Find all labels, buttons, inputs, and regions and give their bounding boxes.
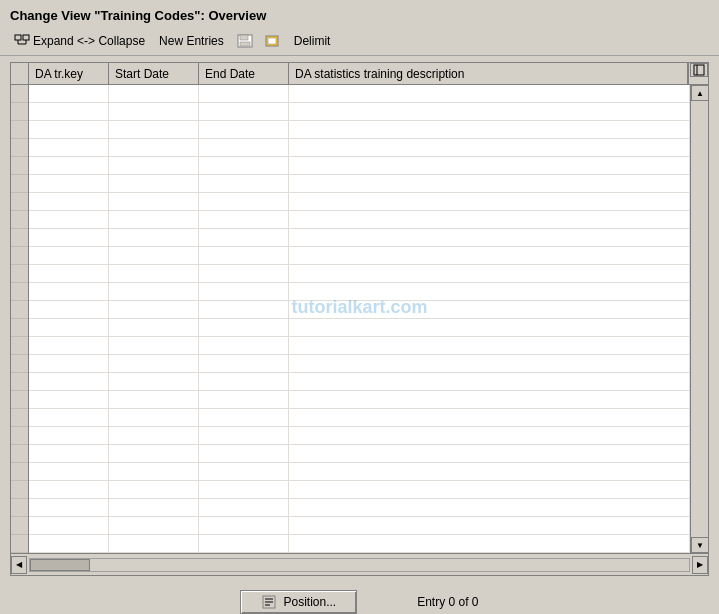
table-row[interactable] (29, 175, 690, 193)
cell-desc[interactable] (289, 211, 690, 228)
table-row[interactable] (29, 193, 690, 211)
cell-key[interactable] (29, 283, 109, 300)
cell-end[interactable] (199, 373, 289, 390)
table-row[interactable] (29, 301, 690, 319)
cell-key[interactable] (29, 103, 109, 120)
cell-end[interactable] (199, 85, 289, 102)
cell-key[interactable] (29, 265, 109, 282)
hscroll-track[interactable] (29, 558, 690, 572)
row-selector[interactable] (11, 535, 28, 553)
cell-desc[interactable] (289, 121, 690, 138)
cell-end[interactable] (199, 481, 289, 498)
cell-start[interactable] (109, 409, 199, 426)
scroll-track[interactable] (691, 101, 708, 537)
cell-start[interactable] (109, 355, 199, 372)
cell-desc[interactable] (289, 319, 690, 336)
table-row[interactable] (29, 445, 690, 463)
row-selector[interactable] (11, 283, 28, 301)
cell-end[interactable] (199, 301, 289, 318)
cell-desc[interactable] (289, 481, 690, 498)
cell-key[interactable] (29, 211, 109, 228)
cell-start[interactable] (109, 517, 199, 534)
row-selector[interactable] (11, 373, 28, 391)
cell-end[interactable] (199, 193, 289, 210)
cell-start[interactable] (109, 283, 199, 300)
expand-collapse-button[interactable]: Expand <-> Collapse (10, 31, 149, 51)
cell-desc[interactable] (289, 337, 690, 354)
delimit-button[interactable]: Delimit (290, 32, 335, 50)
scroll-up-button[interactable]: ▲ (691, 85, 708, 101)
table-row[interactable] (29, 85, 690, 103)
scroll-down-button[interactable]: ▼ (691, 537, 708, 553)
row-selector[interactable] (11, 463, 28, 481)
cell-end[interactable] (199, 283, 289, 300)
table-row[interactable] (29, 427, 690, 445)
cell-key[interactable] (29, 427, 109, 444)
cell-end[interactable] (199, 139, 289, 156)
cell-desc[interactable] (289, 229, 690, 246)
row-selector[interactable] (11, 193, 28, 211)
row-selector[interactable] (11, 481, 28, 499)
row-selector[interactable] (11, 175, 28, 193)
cell-end[interactable] (199, 535, 289, 552)
cell-key[interactable] (29, 301, 109, 318)
cell-key[interactable] (29, 121, 109, 138)
cell-desc[interactable] (289, 139, 690, 156)
table-row[interactable] (29, 481, 690, 499)
cell-start[interactable] (109, 121, 199, 138)
cell-key[interactable] (29, 175, 109, 192)
vertical-scrollbar[interactable]: ▲ ▼ (690, 85, 708, 553)
cell-desc[interactable] (289, 103, 690, 120)
row-selector[interactable] (11, 229, 28, 247)
row-selector[interactable] (11, 427, 28, 445)
cell-key[interactable] (29, 463, 109, 480)
cell-end[interactable] (199, 121, 289, 138)
table-row[interactable] (29, 463, 690, 481)
row-selector[interactable] (11, 211, 28, 229)
cell-start[interactable] (109, 481, 199, 498)
position-button[interactable]: Position... (240, 590, 357, 614)
cell-start[interactable] (109, 391, 199, 408)
cell-desc[interactable] (289, 463, 690, 480)
new-entries-button[interactable]: New Entries (155, 32, 228, 50)
transport-button[interactable] (262, 31, 284, 51)
row-selector[interactable] (11, 409, 28, 427)
table-row[interactable] (29, 373, 690, 391)
cell-desc[interactable] (289, 391, 690, 408)
row-selector[interactable] (11, 499, 28, 517)
table-row[interactable] (29, 247, 690, 265)
cell-key[interactable] (29, 373, 109, 390)
cell-end[interactable] (199, 463, 289, 480)
cell-end[interactable] (199, 247, 289, 264)
table-row[interactable] (29, 391, 690, 409)
table-row[interactable] (29, 517, 690, 535)
cell-key[interactable] (29, 409, 109, 426)
cell-start[interactable] (109, 463, 199, 480)
row-selector[interactable] (11, 157, 28, 175)
cell-key[interactable] (29, 157, 109, 174)
cell-start[interactable] (109, 85, 199, 102)
cell-end[interactable] (199, 391, 289, 408)
row-selector[interactable] (11, 85, 28, 103)
save-button[interactable] (234, 31, 256, 51)
table-row[interactable] (29, 265, 690, 283)
row-selector[interactable] (11, 517, 28, 535)
cell-start[interactable] (109, 211, 199, 228)
cell-start[interactable] (109, 319, 199, 336)
cell-start[interactable] (109, 103, 199, 120)
cell-start[interactable] (109, 427, 199, 444)
cell-key[interactable] (29, 319, 109, 336)
cell-end[interactable] (199, 157, 289, 174)
cell-desc[interactable] (289, 193, 690, 210)
cell-end[interactable] (199, 355, 289, 372)
cell-desc[interactable] (289, 265, 690, 282)
cell-end[interactable] (199, 175, 289, 192)
col-settings-icon[interactable] (690, 63, 708, 77)
cell-desc[interactable] (289, 427, 690, 444)
cell-key[interactable] (29, 229, 109, 246)
cell-key[interactable] (29, 247, 109, 264)
cell-end[interactable] (199, 103, 289, 120)
cell-desc[interactable] (289, 409, 690, 426)
cell-end[interactable] (199, 409, 289, 426)
cell-end[interactable] (199, 265, 289, 282)
